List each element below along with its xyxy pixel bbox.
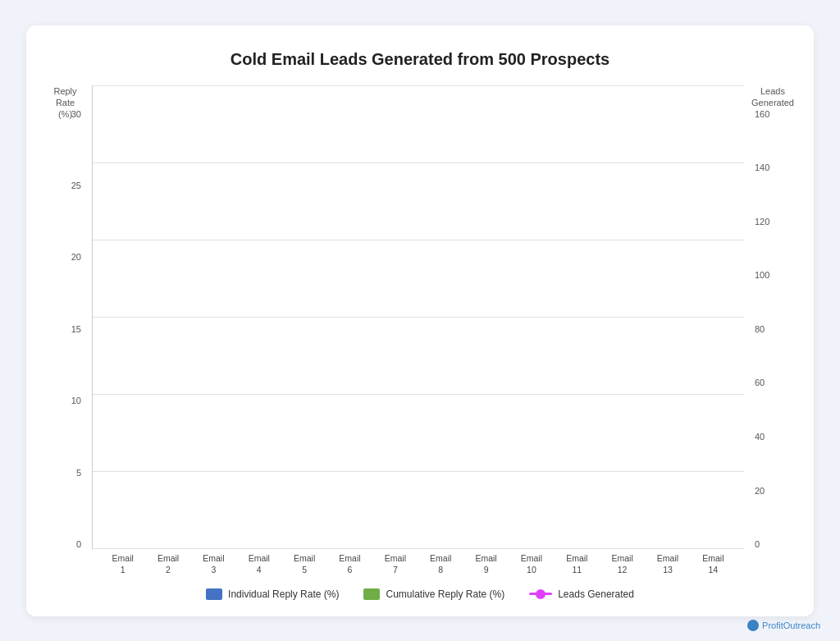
- bar-group-6: [327, 85, 372, 549]
- legend-item-blue: Individual Reply Rate (%): [206, 588, 339, 600]
- grid-line-0: [93, 548, 744, 549]
- bar-group-14: [691, 85, 736, 549]
- x-label-12: Email12: [600, 553, 645, 575]
- x-label-1: Email1: [100, 553, 145, 575]
- legend-label-line: Leads Generated: [558, 588, 634, 600]
- watermark: ProfitOutreach: [747, 620, 820, 631]
- x-label-5: Email5: [281, 553, 326, 575]
- x-label-13: Email13: [645, 553, 690, 575]
- y-left-tick-15: 15: [71, 325, 81, 334]
- bar-group-9: [463, 85, 509, 549]
- legend: Individual Reply Rate (%) Cumulative Rep…: [43, 588, 797, 600]
- x-label-3: Email3: [191, 553, 236, 575]
- y-left-tick-20: 20: [71, 253, 81, 262]
- y-right-tick-140: 140: [755, 163, 769, 172]
- bar-group-5: [282, 85, 327, 549]
- y-axis-left: ReplyRate(%) 30 25 20 15 10 5 0: [43, 85, 92, 550]
- y-left-ticks: 30 25 20 15 10 5 0: [43, 110, 88, 550]
- bar-group-11: [555, 85, 600, 549]
- bar-group-12: [600, 85, 645, 549]
- y-right-tick-20: 20: [755, 487, 765, 496]
- y-right-tick-120: 120: [755, 217, 769, 227]
- x-label-11: Email11: [555, 553, 600, 575]
- chart-area: ReplyRate(%) 30 25 20 15 10 5 0: [43, 85, 797, 600]
- y-left-tick-30: 30: [71, 110, 81, 119]
- y-left-tick-25: 25: [71, 181, 81, 190]
- y-left-tick-10: 10: [71, 396, 81, 405]
- bar-group-3: [192, 85, 237, 549]
- legend-box-blue: [206, 588, 222, 600]
- bar-group-2: [146, 85, 191, 549]
- y-left-tick-5: 5: [76, 469, 81, 478]
- x-labels: Email1Email2Email3Email4Email5Email6Emai…: [92, 549, 744, 575]
- legend-box-green: [363, 588, 380, 600]
- y-right-ticks: 160 140 120 100 80 60 40 20 0: [748, 110, 797, 550]
- x-label-2: Email2: [145, 553, 190, 575]
- bar-group-13: [645, 85, 690, 549]
- bars-row: [93, 85, 744, 549]
- y-right-tick-80: 80: [755, 325, 765, 334]
- x-label-9: Email9: [463, 553, 509, 575]
- legend-item-green: Cumulative Reply Rate (%): [363, 588, 504, 600]
- legend-label-blue: Individual Reply Rate (%): [228, 588, 339, 600]
- bar-group-7: [373, 85, 418, 549]
- chart-body: ReplyRate(%) 30 25 20 15 10 5 0: [43, 85, 797, 550]
- x-label-10: Email10: [509, 553, 554, 575]
- x-label-4: Email4: [236, 553, 281, 575]
- x-label-8: Email8: [418, 553, 463, 575]
- y-axis-right: LeadsGenerated 160 140 120 100 80 60 40 …: [744, 85, 797, 550]
- y-right-tick-160: 160: [755, 110, 769, 119]
- x-label-6: Email6: [327, 553, 372, 575]
- legend-label-green: Cumulative Reply Rate (%): [386, 588, 504, 600]
- legend-line-magenta: [529, 593, 552, 595]
- y-right-tick-0: 0: [755, 540, 760, 549]
- x-label-14: Email14: [691, 553, 736, 575]
- legend-item-line: Leads Generated: [529, 588, 634, 600]
- bar-group-8: [418, 85, 463, 549]
- watermark-icon: [747, 620, 759, 631]
- watermark-text: ProfitOutreach: [762, 620, 820, 630]
- chart-title: Cold Email Leads Generated from 500 Pros…: [231, 50, 609, 69]
- y-left-tick-0: 0: [76, 540, 81, 549]
- bar-group-10: [509, 85, 555, 549]
- bar-group-4: [237, 85, 282, 549]
- x-label-7: Email7: [372, 553, 418, 575]
- y-right-tick-100: 100: [755, 271, 769, 280]
- chart-container: Cold Email Leads Generated from 500 Pros…: [26, 25, 814, 616]
- y-right-tick-40: 40: [755, 433, 765, 442]
- bar-group-1: [101, 85, 146, 549]
- y-axis-right-label: LeadsGenerated: [748, 85, 797, 109]
- plot-area: [92, 85, 744, 550]
- y-right-tick-60: 60: [755, 378, 765, 387]
